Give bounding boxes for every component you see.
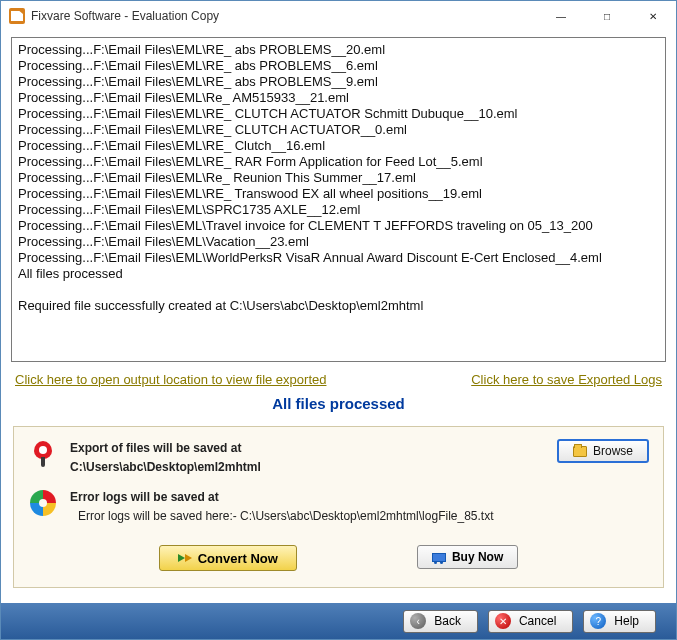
settings-panel: Export of files will be saved at C:\User… bbox=[13, 426, 664, 588]
title-bar: Fixvare Software - Evaluation Copy — □ ✕ bbox=[1, 1, 676, 31]
log-line: Processing...F:\Email Files\EML\Re_ AM51… bbox=[18, 90, 659, 106]
browse-button[interactable]: Browse bbox=[557, 439, 649, 463]
cancel-button[interactable]: ✕ Cancel bbox=[488, 610, 573, 633]
open-output-link[interactable]: Click here to open output location to vi… bbox=[15, 372, 326, 387]
save-logs-link[interactable]: Click here to save Exported Logs bbox=[471, 372, 662, 387]
log-line: Processing...F:\Email Files\EML\RE_ abs … bbox=[18, 74, 659, 90]
browse-label: Browse bbox=[593, 444, 633, 458]
buy-now-button[interactable]: Buy Now bbox=[417, 545, 518, 569]
app-icon bbox=[9, 8, 25, 24]
back-button[interactable]: ‹ Back bbox=[403, 610, 478, 633]
log-line: All files processed bbox=[18, 266, 659, 282]
log-line: Processing...F:\Email Files\EML\RE_ RAR … bbox=[18, 154, 659, 170]
help-button[interactable]: ? Help bbox=[583, 610, 656, 633]
back-label: Back bbox=[434, 614, 461, 628]
log-line: Processing...F:\Email Files\EML\RE_ CLUT… bbox=[18, 106, 659, 122]
close-button[interactable]: ✕ bbox=[630, 1, 676, 31]
log-line: Processing...F:\Email Files\EML\Re_ Reun… bbox=[18, 170, 659, 186]
log-line: Required file successfully created at C:… bbox=[18, 298, 659, 314]
log-line: Processing...F:\Email Files\EML\RE_ Clut… bbox=[18, 138, 659, 154]
help-icon: ? bbox=[590, 613, 606, 629]
export-path: C:\Users\abc\Desktop\eml2mhtml bbox=[70, 460, 261, 474]
convert-label: Convert Now bbox=[198, 551, 278, 566]
cart-icon bbox=[432, 551, 446, 563]
folder-icon bbox=[573, 446, 587, 457]
maximize-button[interactable]: □ bbox=[584, 1, 630, 31]
log-line: Processing...F:\Email Files\EML\Vacation… bbox=[18, 234, 659, 250]
convert-icon bbox=[178, 551, 192, 565]
log-line: Processing...F:\Email Files\EML\RE_ CLUT… bbox=[18, 122, 659, 138]
status-text: All files processed bbox=[11, 391, 666, 426]
pie-chart-icon bbox=[30, 490, 56, 516]
help-label: Help bbox=[614, 614, 639, 628]
minimize-button[interactable]: — bbox=[538, 1, 584, 31]
log-output[interactable]: Processing...F:\Email Files\EML\RE_ abs … bbox=[11, 37, 666, 362]
export-label: Export of files will be saved at bbox=[70, 441, 241, 455]
log-line: Processing...F:\Email Files\EML\RE_ abs … bbox=[18, 58, 659, 74]
errors-path: Error logs will be saved here:- C:\Users… bbox=[70, 507, 494, 526]
log-line bbox=[18, 282, 659, 298]
footer-bar: ‹ Back ✕ Cancel ? Help bbox=[1, 603, 676, 639]
location-pin-icon bbox=[33, 441, 53, 467]
log-line: Processing...F:\Email Files\EML\RE_ abs … bbox=[18, 42, 659, 58]
log-line: Processing...F:\Email Files\EML\RE_ Tran… bbox=[18, 186, 659, 202]
log-line: Processing...F:\Email Files\EML\WorldPer… bbox=[18, 250, 659, 266]
convert-now-button[interactable]: Convert Now bbox=[159, 545, 297, 571]
cancel-label: Cancel bbox=[519, 614, 556, 628]
errors-label: Error logs will be saved at bbox=[70, 490, 219, 504]
log-line: Processing...F:\Email Files\EML\SPRC1735… bbox=[18, 202, 659, 218]
log-line: Processing...F:\Email Files\EML\Travel i… bbox=[18, 218, 659, 234]
buy-label: Buy Now bbox=[452, 550, 503, 564]
window-title: Fixvare Software - Evaluation Copy bbox=[31, 9, 219, 23]
back-arrow-icon: ‹ bbox=[410, 613, 426, 629]
cancel-icon: ✕ bbox=[495, 613, 511, 629]
